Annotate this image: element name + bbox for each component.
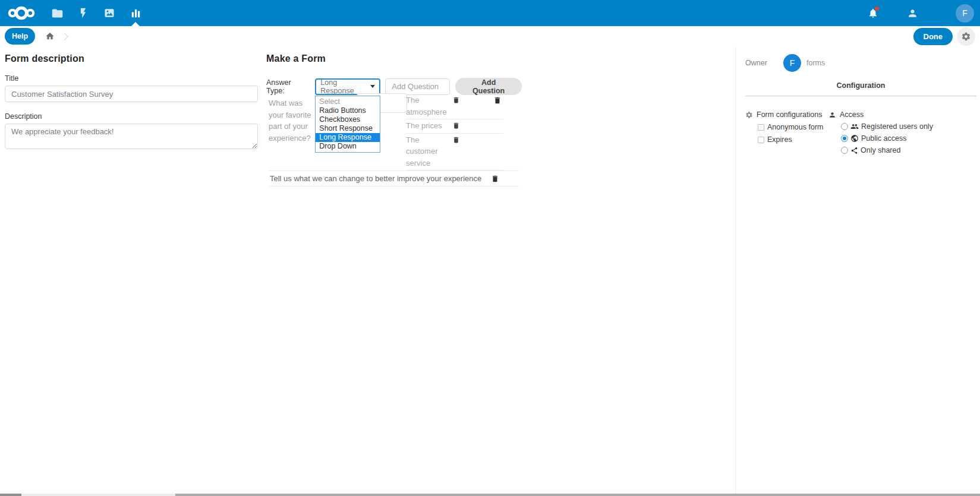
option-row: The customer service [406,134,503,171]
access-group: Access Registered users only [828,110,933,154]
person-icon [828,111,836,119]
top-header-bar: F [0,0,980,26]
configuration-sidebar: Owner F forms Configuration Form configu… [735,46,980,494]
configuration-divider [745,96,976,96]
public-access-label: Public access [861,134,906,143]
trash-icon [452,136,460,144]
option-text[interactable]: The atmosphere [406,94,452,118]
owner-name: forms [806,59,825,67]
notifications-button[interactable] [864,4,882,22]
horizontal-scrollbar[interactable] [0,494,980,496]
breadcrumb-toolbar: Help Done [0,26,980,46]
owner-avatar: F [783,54,801,72]
anonymous-form-checkbox-row[interactable]: Anonymous form [758,123,828,131]
content-spacer [522,46,735,494]
dropdown-option-short-response[interactable]: Short Response [316,124,380,133]
scrollbar-thumb-left[interactable] [0,494,21,496]
toolbar-right-controls: Done [913,27,976,46]
expires-label: Expires [767,135,792,144]
people-icon [850,122,859,131]
form-description-heading: Form description [5,53,258,64]
app-activity-button[interactable] [70,0,96,26]
question-item-2: Tell us what we can change to better imp… [269,170,519,187]
dropdown-option-checkboxes[interactable]: Checkboxes [316,115,380,124]
main-content: Form description Title Description We ap… [0,46,980,494]
delete-option-button[interactable] [452,136,460,144]
only-shared-label: Only shared [861,146,900,154]
question-1-text[interactable]: What was your favorite part of your expe… [269,97,316,144]
app-photos-button[interactable] [96,0,122,26]
only-shared-radio-row[interactable]: Only shared [841,146,933,154]
person-icon [907,8,918,19]
option-row: The prices [406,119,503,134]
delete-question-button[interactable] [493,96,502,105]
bar-chart-icon [130,8,141,19]
header-right-controls: F [864,4,980,23]
configuration-columns: Form configurations Anonymous form Expir… [745,110,976,154]
option-text[interactable]: The prices [406,120,452,132]
description-textarea[interactable]: We appreciate your feedback! [5,124,258,149]
gear-icon [961,31,971,42]
globe-icon [850,134,859,143]
access-label: Access [840,110,864,119]
answer-type-dropdown: Select Radio Buttons Checkboxes Short Re… [315,96,380,153]
trash-icon [452,96,460,104]
select-caret-icon [370,85,375,88]
trash-icon [493,96,502,105]
nextcloud-logo-icon[interactable] [8,4,35,22]
trash-icon [491,175,499,183]
make-form-heading: Make a Form [266,53,522,64]
chevron-right-icon [61,33,68,40]
radio-checked-icon[interactable] [841,135,848,142]
title-label: Title [5,74,258,83]
breadcrumb-home-button[interactable] [45,31,55,41]
question-2-text[interactable]: Tell us what we can change to better imp… [270,174,491,183]
done-button[interactable]: Done [913,28,953,45]
image-icon [103,7,115,19]
option-text[interactable]: The customer service [406,134,452,169]
registered-users-label: Registered users only [861,122,933,131]
owner-label: Owner [745,59,783,67]
scrollbar-thumb-right[interactable] [175,494,980,496]
form-description-panel: Form description Title Description We ap… [0,46,262,494]
lightning-icon [77,7,89,19]
make-form-panel: Make a Form Answer Type: Long Response S… [262,46,522,494]
app-forms-button[interactable] [122,0,149,26]
registered-users-radio-row[interactable]: Registered users only [841,122,933,131]
radio-unchecked-icon[interactable] [841,123,848,130]
anonymous-form-label: Anonymous form [767,123,823,131]
delete-option-button[interactable] [452,96,460,104]
dropdown-option-drop-down[interactable]: Drop Down [316,142,380,151]
form-configurations-label: Form configurations [757,110,822,119]
app-navigation [44,0,149,26]
delete-question-button[interactable] [491,175,499,183]
active-app-caret [131,22,140,26]
app-files-button[interactable] [44,0,70,26]
public-access-radio-row[interactable]: Public access [841,134,933,143]
delete-option-button[interactable] [452,122,460,129]
title-input[interactable] [5,86,258,102]
radio-unchecked-icon[interactable] [841,147,848,154]
settings-button[interactable] [957,27,975,46]
owner-row: Owner F forms [745,53,976,72]
user-avatar[interactable]: F [956,4,974,23]
dropdown-option-radio-buttons[interactable]: Radio Buttons [316,106,380,115]
form-configurations-group: Form configurations Anonymous form Expir… [745,110,828,154]
checkbox-unchecked-icon[interactable] [758,124,764,131]
help-button[interactable]: Help [5,28,35,45]
dropdown-option-long-response[interactable]: Long Response [316,133,380,142]
gear-icon [745,111,753,119]
dropdown-option-select[interactable]: Select [316,97,380,106]
contacts-button[interactable] [903,4,921,22]
expires-checkbox-row[interactable]: Expires [758,135,828,144]
trash-icon [452,122,460,129]
access-header: Access [828,110,933,119]
home-icon [45,31,55,41]
option-row: The atmosphere [406,94,503,119]
form-configurations-header: Form configurations [745,110,828,119]
checkbox-unchecked-icon[interactable] [758,137,764,143]
notification-dot [875,7,879,11]
description-label: Description [5,112,258,121]
share-icon [850,147,858,154]
configuration-heading: Configuration [745,81,976,90]
